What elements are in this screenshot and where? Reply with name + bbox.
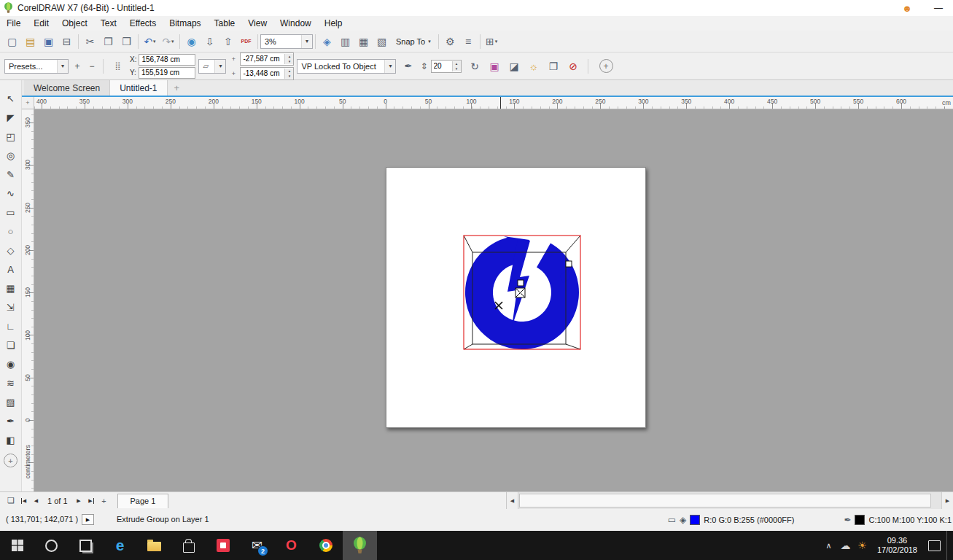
print-button[interactable]: ⊟	[58, 33, 76, 50]
artistic-media-tool[interactable]: ∿	[1, 184, 20, 203]
ruler-origin-button[interactable]: +	[22, 97, 34, 109]
corner-handle[interactable]	[566, 261, 572, 267]
import-button[interactable]: ⇩	[201, 33, 219, 50]
minimize-button[interactable]: —	[924, 3, 953, 13]
transparency-tool[interactable]: ▨	[1, 392, 20, 411]
menu-help[interactable]: Help	[318, 16, 349, 31]
object-y-input[interactable]	[139, 67, 195, 79]
new-document-button[interactable]: ▢	[3, 33, 21, 50]
last-page-button[interactable]: ▶	[85, 494, 98, 507]
menu-table[interactable]: Table	[208, 16, 242, 31]
full-screen-preview-button[interactable]: ◈	[318, 33, 336, 50]
application-launcher-button[interactable]: ⊞▾	[483, 33, 501, 50]
opera-browser-icon[interactable]: O	[274, 531, 308, 560]
horizontal-ruler[interactable]: 4003503002502001501005005010015020025030…	[34, 97, 953, 109]
taskbar-clock[interactable]: 09.36 17/02/2018	[872, 536, 922, 555]
show-desktop-button[interactable]	[946, 531, 951, 560]
blend-tool[interactable]: ≋	[1, 373, 20, 392]
page[interactable]	[386, 167, 646, 428]
media-app-icon[interactable]	[206, 531, 240, 560]
page-list-button[interactable]: ❏	[4, 494, 17, 507]
zoom-tool[interactable]: ◎	[1, 146, 20, 165]
extrusion-type-button[interactable]: ⣿	[109, 58, 127, 74]
spin-down-icon[interactable]: ▾	[285, 74, 293, 79]
scroll-right-button[interactable]: ▶	[941, 492, 953, 509]
vp-x-spinner[interactable]: ▴ ▾	[240, 52, 294, 66]
spin-up-icon[interactable]: ▴	[285, 69, 293, 74]
action-center-icon[interactable]	[928, 540, 941, 551]
file-explorer-icon[interactable]	[137, 531, 171, 560]
shape-tool[interactable]: ◤	[1, 108, 20, 127]
depth-input[interactable]	[432, 62, 452, 71]
crop-tool[interactable]: ◰	[1, 127, 20, 146]
redo-button[interactable]: ↷▾	[159, 33, 177, 50]
save-button[interactable]: ▣	[39, 33, 58, 50]
delete-preset-button[interactable]: −	[86, 61, 98, 72]
outline-color-swatch[interactable]	[855, 515, 865, 525]
connector-tool[interactable]: ∟	[1, 316, 20, 335]
options-button[interactable]: ⚙	[441, 33, 459, 50]
account-icon[interactable]: ☻	[890, 3, 924, 14]
pick-tool[interactable]: ↖	[1, 89, 20, 108]
contour-tool[interactable]: ◉	[1, 354, 20, 373]
start-button[interactable]	[0, 531, 34, 560]
dimension-tool[interactable]: ⇲	[1, 298, 20, 316]
vp-copy-button[interactable]: ✒	[399, 58, 417, 74]
extrude-rotation-button[interactable]: ↻	[466, 58, 484, 74]
task-view-button[interactable]	[69, 531, 103, 560]
depth-handle[interactable]	[518, 280, 524, 286]
clear-extrude-button[interactable]: ⊘	[564, 58, 583, 74]
menu-file[interactable]: File	[0, 16, 27, 31]
menu-object[interactable]: Object	[55, 16, 94, 31]
copy-extrude-button[interactable]: ❐	[545, 58, 563, 74]
tab-untitled-1[interactable]: Untitled-1	[110, 80, 167, 96]
vp-y-input[interactable]	[241, 69, 284, 78]
menu-edit[interactable]: Edit	[27, 16, 55, 31]
open-button[interactable]: ▤	[21, 33, 39, 50]
quick-customize-button[interactable]: +	[599, 59, 613, 73]
chevron-down-icon[interactable]: ▾	[214, 60, 225, 73]
table-tool[interactable]: ▦	[1, 279, 20, 298]
cut-button[interactable]: ✂	[81, 33, 99, 50]
scrollbar-thumb[interactable]	[519, 494, 931, 508]
scroll-left-button[interactable]: ◀	[507, 492, 518, 509]
vanishing-point-marker[interactable]	[495, 302, 502, 309]
spin-up-icon[interactable]: ▴	[453, 61, 461, 66]
add-page-button[interactable]: +	[98, 494, 111, 507]
next-page-button[interactable]: ▶	[73, 494, 85, 507]
spin-down-icon[interactable]: ▾	[285, 59, 293, 64]
tray-cloud-icon[interactable]: ☁	[837, 540, 854, 551]
copy-button[interactable]: ❐	[99, 33, 117, 50]
first-page-button[interactable]: ◀	[17, 494, 30, 507]
store-icon[interactable]	[171, 531, 206, 560]
customize-button[interactable]: ≡	[459, 33, 478, 50]
publish-pdf-button[interactable]: PDF	[237, 33, 255, 50]
zoom-levels-select[interactable]: 3%▾	[260, 34, 313, 49]
text-tool[interactable]: A	[1, 260, 20, 279]
snap-to-dropdown[interactable]: Snap To▾	[391, 34, 436, 50]
search-content-button[interactable]: ◉	[182, 33, 201, 50]
chevron-down-icon[interactable]: ▾	[384, 60, 395, 73]
chevron-down-icon[interactable]: ▾	[301, 35, 312, 48]
ellipse-tool[interactable]: ○	[1, 222, 20, 241]
show-grid-button[interactable]: ▦	[354, 33, 373, 50]
status-flyout-button[interactable]: ▶	[82, 514, 94, 525]
horizontal-scrollbar[interactable]: ◀ ▶	[506, 492, 953, 509]
depth-spinner[interactable]: ▴ ▾	[431, 60, 462, 73]
edge-browser-icon[interactable]: e	[103, 531, 137, 560]
previous-page-button[interactable]: ◀	[30, 494, 42, 507]
vp-properties-select[interactable]: VP Locked To Object ▾	[297, 59, 396, 74]
paste-button[interactable]: ❒	[117, 33, 136, 50]
export-button[interactable]: ⇧	[219, 33, 237, 50]
new-tab-button[interactable]: +	[168, 80, 187, 96]
lighting-button[interactable]: ☼	[525, 58, 543, 74]
polygon-tool[interactable]: ◇	[1, 241, 20, 260]
extrusion-color-button[interactable]: ▣	[486, 58, 504, 74]
menu-text[interactable]: Text	[94, 16, 123, 31]
add-preset-button[interactable]: +	[71, 61, 83, 72]
vp-y-spinner[interactable]: ▴ ▾	[240, 67, 294, 80]
drawing-canvas[interactable]	[34, 109, 953, 491]
extrusion-shape-dropdown[interactable]: ▱ ▾	[198, 59, 226, 74]
add-tool-button[interactable]: +	[4, 454, 17, 467]
scrollbar-track[interactable]	[518, 492, 941, 509]
